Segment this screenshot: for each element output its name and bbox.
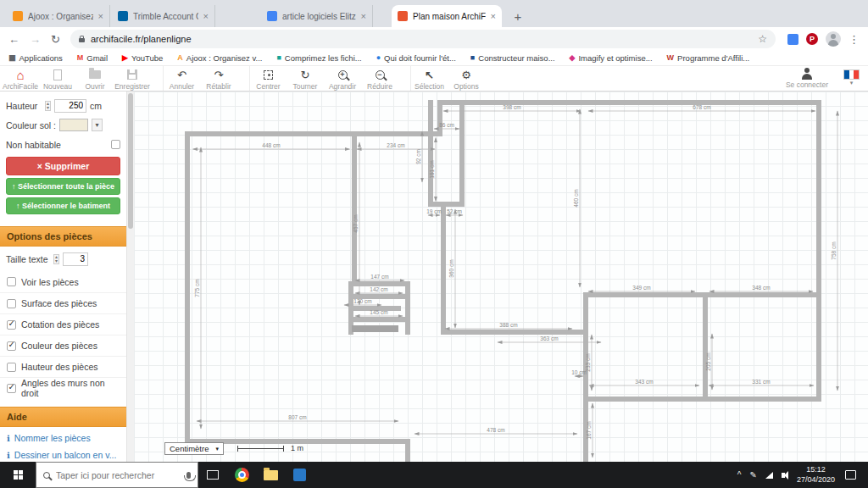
- reload-icon[interactable]: ↻: [51, 33, 60, 46]
- bookmark-item[interactable]: ■Comprimez les fichi...: [276, 53, 361, 63]
- bookmark-item[interactable]: MGmail: [77, 53, 108, 63]
- toolbar-button-center[interactable]: Centrer: [249, 66, 287, 91]
- network-icon[interactable]: [765, 472, 773, 479]
- bookmark-item[interactable]: ▶YouTube: [122, 53, 163, 63]
- task-view-button[interactable]: [198, 462, 227, 488]
- floor-color-swatch[interactable]: [59, 119, 88, 131]
- dimension-label: 147 cm: [370, 274, 388, 280]
- new-tab-button[interactable]: +: [509, 8, 526, 25]
- dimension: 448 cm: [193, 142, 350, 149]
- toolbar-button-zoom-out[interactable]: −Réduire: [361, 66, 398, 91]
- bookmark-item[interactable]: ●Qui doit fournir l'ét...: [376, 53, 456, 63]
- bookmark-item[interactable]: ■Constructeur maiso...: [470, 53, 555, 63]
- toolbar-button-gear[interactable]: ⚙Options: [448, 66, 485, 91]
- forward-icon[interactable]: →: [30, 33, 41, 46]
- hauteur-input[interactable]: [54, 99, 86, 113]
- bookmark-item[interactable]: ◆Imagify et optimise...: [570, 53, 653, 63]
- taille-texte-stepper[interactable]: ▴▾: [53, 254, 59, 264]
- search-input[interactable]: [56, 470, 166, 480]
- help-links: ℹNommer les piècesℹDessiner un balcon en…: [0, 430, 126, 462]
- bookmark-item[interactable]: WProgramme d'Affili...: [667, 53, 750, 63]
- tab-close-icon[interactable]: ×: [203, 11, 209, 21]
- toolbar-button-zoom-in[interactable]: +Agrandir: [324, 66, 361, 91]
- sidebar: Hauteur ▴▾ cm Couleur sol : ▾ Non habita…: [0, 92, 126, 462]
- browser-tab-0[interactable]: Ajoox : Organisez vos favoris et×: [7, 5, 110, 27]
- option-checkbox[interactable]: [7, 384, 16, 393]
- option-label: Hauteur des pièces: [21, 362, 97, 372]
- taille-texte-input[interactable]: [63, 252, 88, 266]
- sidebar-scrollbar[interactable]: [126, 92, 134, 462]
- select-room-button[interactable]: ↑ Sélectionner toute la pièce: [6, 178, 120, 195]
- toolbar-button-file[interactable]: Nouveau: [39, 66, 76, 91]
- toolbar-button-select[interactable]: ↖Sélection: [410, 66, 448, 91]
- toolbar-button-undo[interactable]: ↶Annuler: [163, 66, 200, 91]
- browser-tab-3[interactable]: Plan maison ArchiFacile V32.8 ve×: [392, 5, 502, 27]
- option-checkbox[interactable]: [7, 363, 16, 372]
- redo-icon-wrap: ↷: [214, 69, 224, 80]
- dimension-label: 363 cm: [540, 336, 558, 341]
- dimension: 460 cm: [573, 109, 581, 287]
- language-selector[interactable]: ▾: [843, 66, 860, 86]
- bookmark-label: Programme d'Affili...: [677, 53, 749, 63]
- clock-date: 27/04/2020: [797, 475, 835, 485]
- wall-block[interactable]: [352, 325, 398, 332]
- taskbar-clock[interactable]: 15:12 27/04/2020: [797, 465, 835, 485]
- browser-tab-2[interactable]: article logiciels Elitz - Google Do×: [261, 5, 373, 27]
- option-checkbox[interactable]: [7, 320, 16, 330]
- non-habitable-checkbox[interactable]: [111, 140, 120, 149]
- browser-tab-1[interactable]: Trimble Account Creation Notifi×: [112, 5, 215, 27]
- help-link[interactable]: ℹDessiner un balcon en v...: [0, 446, 126, 462]
- bookmark-item[interactable]: ▦Applications: [8, 53, 63, 63]
- explorer-taskbar-button[interactable]: [256, 462, 285, 488]
- bookmark-label: Qui doit fournir l'ét...: [384, 53, 456, 63]
- start-button[interactable]: [0, 462, 36, 488]
- bookmark-favicon: ▶: [122, 54, 128, 62]
- toolbar-button-redo[interactable]: ↷Rétablir: [200, 66, 237, 91]
- notification-center-icon[interactable]: [845, 470, 856, 480]
- volume-icon[interactable]: [782, 473, 785, 478]
- taskbar-search[interactable]: [36, 462, 198, 488]
- dimension-label: 19 cm: [426, 208, 442, 214]
- floor-color-dropdown[interactable]: ▾: [92, 119, 103, 131]
- back-icon[interactable]: ←: [8, 33, 19, 46]
- taille-texte-label: Taille texte: [6, 254, 50, 264]
- aide-section-header[interactable]: Aide: [0, 407, 126, 427]
- microphone-icon[interactable]: [186, 472, 191, 479]
- app-taskbar-button[interactable]: [285, 462, 314, 488]
- address-bar[interactable]: archifacile.fr/planenligne ☆: [70, 30, 776, 48]
- bookmark-item[interactable]: AAjoox : Organisez v...: [177, 53, 262, 63]
- login-button[interactable]: Se connecter: [786, 66, 828, 89]
- dimension-label: 460 cm: [573, 189, 579, 207]
- hauteur-stepper[interactable]: ▴▾: [45, 101, 51, 111]
- option-checkbox[interactable]: [7, 277, 16, 286]
- toolbar-button-rotate[interactable]: ↻Tourner: [287, 66, 324, 91]
- selection-cursor-icon: ↖: [425, 69, 434, 81]
- chrome-taskbar-button[interactable]: [227, 462, 256, 488]
- profile-avatar[interactable]: [826, 31, 841, 47]
- extension-icon-blue[interactable]: [787, 34, 798, 45]
- help-link[interactable]: ℹNommer les pièces: [0, 430, 126, 446]
- option-checkbox[interactable]: [7, 299, 16, 308]
- bookmark-favicon: ■: [470, 54, 475, 62]
- options-section-header[interactable]: Options des pièces: [0, 226, 126, 247]
- scale-line: [237, 448, 284, 449]
- unit-selector[interactable]: Centimètre ▾: [164, 442, 224, 455]
- tab-close-icon[interactable]: ×: [361, 11, 366, 21]
- pinterest-extension-icon[interactable]: P: [806, 33, 818, 45]
- floorplan-canvas[interactable]: 448 cm234 cm398 cm678 cm86 cm147 cm142 c…: [134, 92, 868, 462]
- tab-close-icon[interactable]: ×: [491, 11, 496, 21]
- bookmark-star-icon[interactable]: ☆: [758, 33, 767, 45]
- chrome-icon: [235, 468, 249, 482]
- toolbar-button-folder[interactable]: Ouvrir: [76, 66, 114, 91]
- toolbar-button-home[interactable]: ⌂ArchiFacile: [2, 66, 39, 91]
- dimension-label: 348 cm: [752, 285, 770, 291]
- tab-close-icon[interactable]: ×: [98, 11, 103, 21]
- pen-icon[interactable]: ✎: [750, 470, 757, 480]
- scrollbar-thumb[interactable]: [128, 93, 133, 229]
- browser-menu-icon[interactable]: ⋮: [849, 33, 860, 46]
- select-building-button[interactable]: ↑ Sélectionner le batiment: [6, 197, 120, 214]
- option-checkbox[interactable]: [7, 341, 16, 351]
- toolbar-button-save[interactable]: Enregistrer: [114, 66, 151, 91]
- chevron-up-icon[interactable]: ^: [737, 470, 742, 480]
- delete-button[interactable]: × Supprimer: [6, 157, 120, 175]
